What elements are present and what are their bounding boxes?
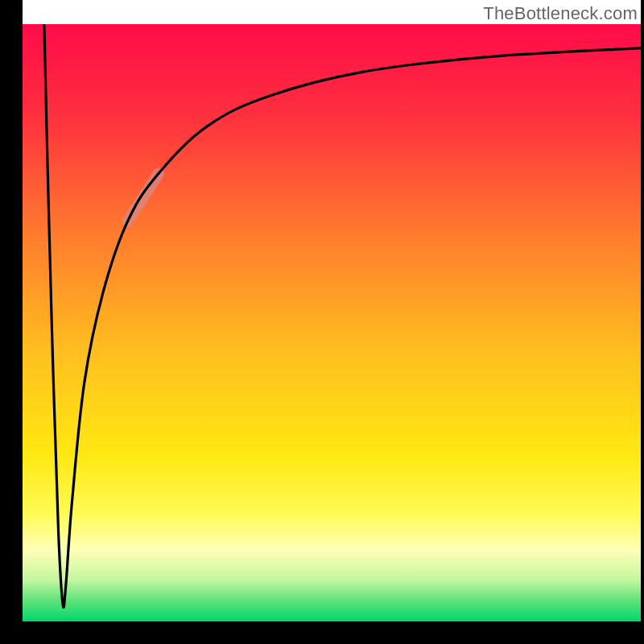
frame-bottom	[0, 621, 644, 644]
frame-right	[641, 0, 644, 644]
chart-container: TheBottleneck.com	[0, 0, 644, 644]
frame-left	[0, 0, 23, 644]
chart-svg	[0, 0, 644, 644]
plot-background	[23, 24, 641, 621]
watermark: TheBottleneck.com	[483, 3, 638, 24]
